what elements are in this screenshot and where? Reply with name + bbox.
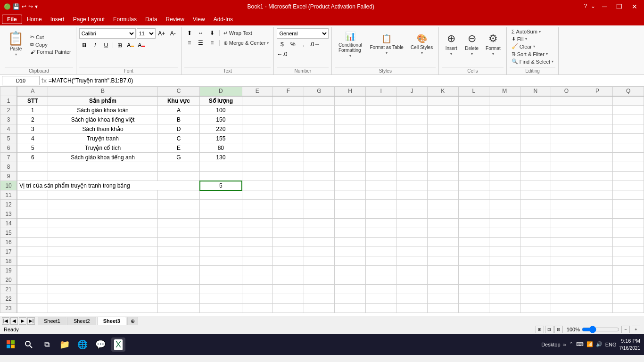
cell-P18[interactable] (582, 256, 613, 266)
cell-Q5[interactable] (613, 134, 644, 143)
cell-E15[interactable] (242, 228, 273, 238)
cell-H12[interactable] (335, 200, 366, 209)
cell-M15[interactable] (489, 228, 520, 238)
cell-E14[interactable] (242, 219, 273, 228)
cell-Q15[interactable] (613, 228, 644, 238)
cell-Q21[interactable] (613, 285, 644, 294)
cell-E4[interactable] (242, 124, 273, 134)
cell-L4[interactable] (458, 124, 489, 134)
start-button[interactable] (4, 337, 18, 352)
cell-E7[interactable] (242, 153, 273, 162)
cell-K4[interactable] (427, 124, 458, 134)
cell-M22[interactable] (489, 294, 520, 304)
cell-P13[interactable] (582, 209, 613, 219)
cell-styles-button[interactable]: 🎨 Cell Styles ▾ (408, 28, 436, 60)
cell-B4[interactable]: Sách tham khảo (48, 124, 157, 134)
cell-J23[interactable] (396, 304, 428, 313)
cell-M7[interactable] (489, 153, 520, 162)
cell-E6[interactable] (242, 143, 273, 153)
cell-Q19[interactable] (613, 266, 644, 275)
cell-C8[interactable] (157, 162, 199, 172)
cell-J13[interactable] (396, 209, 428, 219)
cell-M23[interactable] (489, 304, 520, 313)
cell-E22[interactable] (242, 294, 273, 304)
cell-L20[interactable] (458, 275, 489, 285)
cell-L21[interactable] (458, 285, 489, 294)
cell-A13[interactable] (17, 209, 48, 219)
task-view-btn[interactable]: ⧉ (40, 337, 54, 352)
cell-F13[interactable] (273, 209, 304, 219)
cell-Q1[interactable] (613, 96, 644, 106)
decrease-decimal-btn[interactable]: ←.0 (277, 49, 287, 59)
cell-P5[interactable] (582, 134, 613, 143)
fill-button[interactable]: ⬇ Fill ▾ (510, 35, 529, 42)
cell-P21[interactable] (582, 285, 613, 294)
cell-L9[interactable] (458, 172, 489, 181)
page-layout-menu[interactable]: Page Layout (69, 15, 108, 24)
cell-M4[interactable] (489, 124, 520, 134)
cell-O18[interactable] (551, 256, 582, 266)
cell-F4[interactable] (273, 124, 304, 134)
cut-button[interactable]: ✂ Cut (28, 33, 73, 41)
cell-D16[interactable] (200, 238, 242, 247)
undo-qa-btn[interactable]: ↩ (22, 3, 26, 10)
redo-qa-btn[interactable]: ↪ (28, 3, 33, 10)
cell-H2[interactable] (335, 106, 366, 115)
cell-I13[interactable] (365, 209, 396, 219)
row-header-12[interactable]: 12 (0, 200, 17, 209)
cell-N12[interactable] (520, 200, 551, 209)
cell-G1[interactable] (304, 96, 335, 106)
cell-M1[interactable] (489, 96, 520, 106)
cell-J17[interactable] (396, 247, 428, 256)
col-header-e[interactable]: E (242, 87, 273, 96)
cell-O19[interactable] (551, 266, 582, 275)
cell-I17[interactable] (365, 247, 396, 256)
format-painter-button[interactable]: 🖌 Format Painter (28, 49, 73, 55)
cell-L13[interactable] (458, 209, 489, 219)
cell-D15[interactable] (200, 228, 242, 238)
close-btn[interactable]: ✕ (629, 3, 640, 10)
sheet-last-btn[interactable]: ▶| (27, 317, 35, 325)
cell-P1[interactable] (582, 96, 613, 106)
cell-L16[interactable] (458, 238, 489, 247)
cell-M16[interactable] (489, 238, 520, 247)
sheet-first-btn[interactable]: |◀ (2, 317, 9, 325)
cell-J1[interactable] (396, 96, 428, 106)
cell-Q23[interactable] (613, 304, 644, 313)
cell-N22[interactable] (520, 294, 551, 304)
cell-G22[interactable] (304, 294, 335, 304)
cell-D9[interactable] (200, 172, 242, 181)
cell-M20[interactable] (489, 275, 520, 285)
cell-O13[interactable] (551, 209, 582, 219)
cell-J18[interactable] (396, 256, 428, 266)
cell-H6[interactable] (335, 143, 366, 153)
cell-H13[interactable] (335, 209, 366, 219)
cell-L18[interactable] (458, 256, 489, 266)
clear-button[interactable]: 🧹 Clear ▾ (510, 43, 537, 50)
cell-M12[interactable] (489, 200, 520, 209)
sheet-next-btn[interactable]: ▶ (19, 317, 26, 325)
cell-A19[interactable] (17, 266, 48, 275)
row-header-10[interactable]: 10 (0, 181, 17, 190)
cell-E1[interactable] (242, 96, 273, 106)
cell-F17[interactable] (273, 247, 304, 256)
row-header-19[interactable]: 19 (0, 266, 17, 275)
cell-Q4[interactable] (613, 124, 644, 134)
cell-A7[interactable]: 6 (17, 153, 48, 162)
cell-C21[interactable] (157, 285, 199, 294)
row-header-4[interactable]: 4 (0, 124, 17, 134)
col-header-b[interactable]: B (48, 87, 157, 96)
cell-B3[interactable]: Sách giáo khoa tiếng việt (48, 115, 157, 124)
cell-C17[interactable] (157, 247, 199, 256)
cell-K21[interactable] (427, 285, 458, 294)
cell-M2[interactable] (489, 106, 520, 115)
cell-E9[interactable] (242, 172, 273, 181)
cell-N8[interactable] (520, 162, 551, 172)
cell-C2[interactable]: A (157, 106, 199, 115)
col-header-d[interactable]: D (200, 87, 242, 96)
cell-L6[interactable] (458, 143, 489, 153)
cell-H7[interactable] (335, 153, 366, 162)
cell-C16[interactable] (157, 238, 199, 247)
cell-N7[interactable] (520, 153, 551, 162)
cell-G3[interactable] (304, 115, 335, 124)
